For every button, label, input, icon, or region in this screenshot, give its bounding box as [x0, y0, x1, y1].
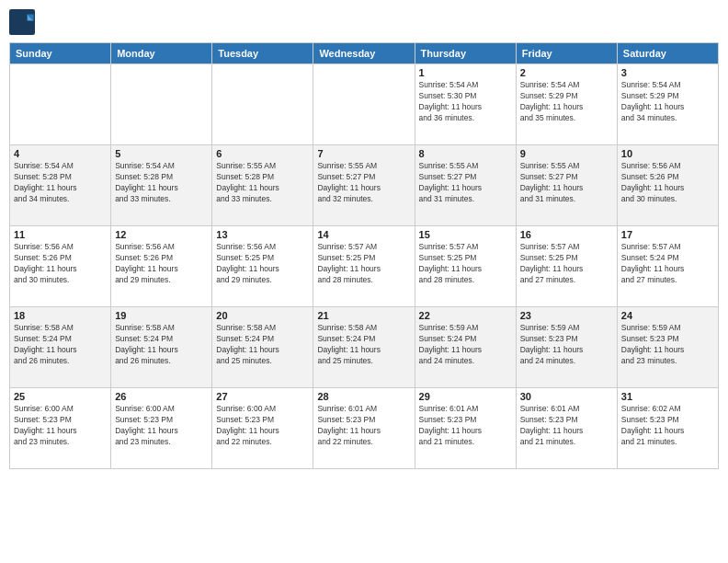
day-number: 25 [14, 391, 107, 402]
day-number: 7 [317, 148, 410, 159]
day-header-saturday: Saturday [617, 43, 718, 64]
day-number: 20 [216, 310, 309, 321]
day-cell: 9Sunrise: 5:55 AM Sunset: 5:27 PM Daylig… [516, 145, 617, 226]
day-number: 22 [419, 310, 512, 321]
day-cell: 3Sunrise: 5:54 AM Sunset: 5:29 PM Daylig… [617, 64, 718, 145]
day-info: Sunrise: 5:56 AM Sunset: 5:26 PM Dayligh… [621, 161, 714, 205]
day-number: 31 [621, 391, 714, 402]
day-number: 3 [621, 67, 714, 78]
day-cell: 22Sunrise: 5:59 AM Sunset: 5:24 PM Dayli… [415, 307, 516, 388]
day-info: Sunrise: 5:56 AM Sunset: 5:25 PM Dayligh… [216, 242, 309, 286]
day-info: Sunrise: 6:00 AM Sunset: 5:23 PM Dayligh… [14, 404, 107, 448]
day-cell: 5Sunrise: 5:54 AM Sunset: 5:28 PM Daylig… [111, 145, 212, 226]
day-number: 15 [419, 229, 512, 240]
day-number: 1 [419, 67, 512, 78]
day-number: 8 [419, 148, 512, 159]
day-info: Sunrise: 6:00 AM Sunset: 5:23 PM Dayligh… [115, 404, 208, 448]
day-info: Sunrise: 5:57 AM Sunset: 5:25 PM Dayligh… [317, 242, 410, 286]
day-info: Sunrise: 5:54 AM Sunset: 5:29 PM Dayligh… [520, 80, 613, 124]
day-info: Sunrise: 5:55 AM Sunset: 5:27 PM Dayligh… [317, 161, 410, 205]
day-cell: 23Sunrise: 5:59 AM Sunset: 5:23 PM Dayli… [516, 307, 617, 388]
day-cell [212, 64, 313, 145]
day-cell: 1Sunrise: 5:54 AM Sunset: 5:30 PM Daylig… [415, 64, 516, 145]
day-info: Sunrise: 5:59 AM Sunset: 5:23 PM Dayligh… [621, 323, 714, 367]
day-number: 10 [621, 148, 714, 159]
day-info: Sunrise: 5:59 AM Sunset: 5:23 PM Dayligh… [520, 323, 613, 367]
calendar: SundayMondayTuesdayWednesdayThursdayFrid… [9, 42, 719, 469]
day-cell: 31Sunrise: 6:02 AM Sunset: 5:23 PM Dayli… [617, 388, 718, 469]
page: SundayMondayTuesdayWednesdayThursdayFrid… [0, 0, 728, 563]
day-number: 16 [520, 229, 613, 240]
day-cell: 17Sunrise: 5:57 AM Sunset: 5:24 PM Dayli… [617, 226, 718, 307]
day-info: Sunrise: 5:57 AM Sunset: 5:25 PM Dayligh… [419, 242, 512, 286]
day-info: Sunrise: 5:58 AM Sunset: 5:24 PM Dayligh… [115, 323, 208, 367]
day-info: Sunrise: 5:54 AM Sunset: 5:29 PM Dayligh… [621, 80, 714, 124]
day-info: Sunrise: 5:57 AM Sunset: 5:25 PM Dayligh… [520, 242, 613, 286]
day-cell: 2Sunrise: 5:54 AM Sunset: 5:29 PM Daylig… [516, 64, 617, 145]
day-cell: 12Sunrise: 5:56 AM Sunset: 5:26 PM Dayli… [111, 226, 212, 307]
day-info: Sunrise: 5:55 AM Sunset: 5:27 PM Dayligh… [520, 161, 613, 205]
day-cell: 30Sunrise: 6:01 AM Sunset: 5:23 PM Dayli… [516, 388, 617, 469]
day-info: Sunrise: 5:55 AM Sunset: 5:28 PM Dayligh… [216, 161, 309, 205]
day-info: Sunrise: 5:54 AM Sunset: 5:28 PM Dayligh… [115, 161, 208, 205]
svg-rect-0 [9, 9, 35, 35]
day-header-friday: Friday [516, 43, 617, 64]
day-number: 29 [419, 391, 512, 402]
day-number: 23 [520, 310, 613, 321]
day-number: 2 [520, 67, 613, 78]
week-row-2: 4Sunrise: 5:54 AM Sunset: 5:28 PM Daylig… [10, 145, 719, 226]
day-cell: 8Sunrise: 5:55 AM Sunset: 5:27 PM Daylig… [415, 145, 516, 226]
day-info: Sunrise: 6:01 AM Sunset: 5:23 PM Dayligh… [317, 404, 410, 448]
day-cell: 11Sunrise: 5:56 AM Sunset: 5:26 PM Dayli… [10, 226, 111, 307]
day-number: 26 [115, 391, 208, 402]
day-info: Sunrise: 6:01 AM Sunset: 5:23 PM Dayligh… [419, 404, 512, 448]
day-cell: 19Sunrise: 5:58 AM Sunset: 5:24 PM Dayli… [111, 307, 212, 388]
day-cell: 20Sunrise: 5:58 AM Sunset: 5:24 PM Dayli… [212, 307, 313, 388]
day-cell: 25Sunrise: 6:00 AM Sunset: 5:23 PM Dayli… [10, 388, 111, 469]
week-row-1: 1Sunrise: 5:54 AM Sunset: 5:30 PM Daylig… [10, 64, 719, 145]
day-cell: 10Sunrise: 5:56 AM Sunset: 5:26 PM Dayli… [617, 145, 718, 226]
day-number: 21 [317, 310, 410, 321]
day-info: Sunrise: 6:00 AM Sunset: 5:23 PM Dayligh… [216, 404, 309, 448]
day-number: 28 [317, 391, 410, 402]
day-cell [313, 64, 415, 145]
day-cell: 4Sunrise: 5:54 AM Sunset: 5:28 PM Daylig… [10, 145, 111, 226]
day-number: 17 [621, 229, 714, 240]
day-cell [10, 64, 111, 145]
week-row-4: 18Sunrise: 5:58 AM Sunset: 5:24 PM Dayli… [10, 307, 719, 388]
day-info: Sunrise: 5:58 AM Sunset: 5:24 PM Dayligh… [317, 323, 410, 367]
header [9, 9, 719, 35]
day-cell [111, 64, 212, 145]
day-cell: 26Sunrise: 6:00 AM Sunset: 5:23 PM Dayli… [111, 388, 212, 469]
day-header-thursday: Thursday [415, 43, 516, 64]
day-info: Sunrise: 5:54 AM Sunset: 5:30 PM Dayligh… [419, 80, 512, 124]
day-number: 13 [216, 229, 309, 240]
logo [9, 9, 37, 35]
day-cell: 21Sunrise: 5:58 AM Sunset: 5:24 PM Dayli… [313, 307, 415, 388]
day-cell: 18Sunrise: 5:58 AM Sunset: 5:24 PM Dayli… [10, 307, 111, 388]
day-header-monday: Monday [111, 43, 212, 64]
day-cell: 27Sunrise: 6:00 AM Sunset: 5:23 PM Dayli… [212, 388, 313, 469]
day-info: Sunrise: 5:59 AM Sunset: 5:24 PM Dayligh… [419, 323, 512, 367]
day-header-tuesday: Tuesday [212, 43, 313, 64]
day-number: 30 [520, 391, 613, 402]
day-header-sunday: Sunday [10, 43, 111, 64]
day-cell: 29Sunrise: 6:01 AM Sunset: 5:23 PM Dayli… [415, 388, 516, 469]
day-number: 14 [317, 229, 410, 240]
day-info: Sunrise: 6:01 AM Sunset: 5:23 PM Dayligh… [520, 404, 613, 448]
day-cell: 24Sunrise: 5:59 AM Sunset: 5:23 PM Dayli… [617, 307, 718, 388]
day-info: Sunrise: 5:54 AM Sunset: 5:28 PM Dayligh… [14, 161, 107, 205]
day-cell: 15Sunrise: 5:57 AM Sunset: 5:25 PM Dayli… [415, 226, 516, 307]
day-number: 6 [216, 148, 309, 159]
day-cell: 13Sunrise: 5:56 AM Sunset: 5:25 PM Dayli… [212, 226, 313, 307]
day-number: 12 [115, 229, 208, 240]
day-info: Sunrise: 6:02 AM Sunset: 5:23 PM Dayligh… [621, 404, 714, 448]
week-row-3: 11Sunrise: 5:56 AM Sunset: 5:26 PM Dayli… [10, 226, 719, 307]
day-cell: 6Sunrise: 5:55 AM Sunset: 5:28 PM Daylig… [212, 145, 313, 226]
week-row-5: 25Sunrise: 6:00 AM Sunset: 5:23 PM Dayli… [10, 388, 719, 469]
day-header-wednesday: Wednesday [313, 43, 415, 64]
day-info: Sunrise: 5:56 AM Sunset: 5:26 PM Dayligh… [14, 242, 107, 286]
day-cell: 28Sunrise: 6:01 AM Sunset: 5:23 PM Dayli… [313, 388, 415, 469]
day-info: Sunrise: 5:56 AM Sunset: 5:26 PM Dayligh… [115, 242, 208, 286]
day-number: 27 [216, 391, 309, 402]
